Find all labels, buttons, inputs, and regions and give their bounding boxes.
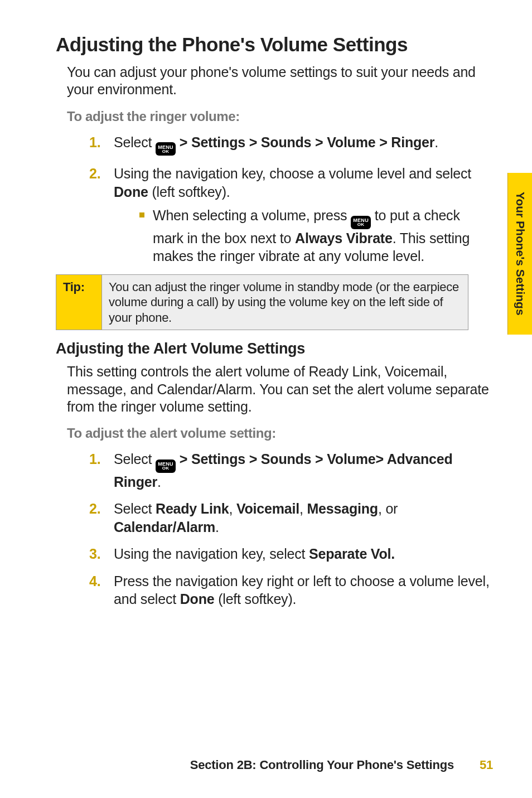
done-label: Done (114, 184, 148, 200)
tip-text: You can adjust the ringer volume in stan… (102, 274, 468, 330)
sep: , (299, 501, 307, 516)
icon-bottom: OK (162, 149, 170, 153)
menu-ok-icon: MENUOK (351, 216, 371, 229)
page-footer: Section 2B: Controlling Your Phone's Set… (56, 758, 493, 772)
separate-vol-label: Separate Vol. (309, 546, 395, 562)
step-tail: (left softkey). (148, 184, 230, 200)
sep: . (215, 519, 219, 535)
step-2-4: Press the navigation key right or left t… (89, 572, 493, 608)
step-text: Using the navigation key, select (114, 546, 309, 562)
always-vibrate-label: Always Vibrate (295, 230, 393, 246)
step-1-1: Select MENUOK > Settings > Sounds > Volu… (89, 133, 493, 156)
footer-section: Section 2B: Controlling Your Phone's Set… (190, 758, 454, 772)
step-text: Select (114, 451, 156, 467)
substep-list: When selecting a volume, press MENUOK to… (139, 206, 493, 265)
step-2-2: Select Ready Link, Voicemail, Messaging,… (89, 500, 493, 536)
icon-bottom: OK (357, 223, 365, 226)
footer-page-number: 51 (480, 758, 493, 772)
intro-text: You can adjust your phone's volume setti… (67, 64, 493, 99)
option-messaging: Messaging (307, 501, 378, 516)
step-tail: (left softkey). (214, 591, 296, 607)
step-text: Select (114, 134, 156, 150)
menu-ok-icon: MENUOK (156, 142, 176, 156)
side-tab-label: Your Phone's Settings (514, 192, 527, 316)
procedure-lead-1: To adjust the ringer volume: (67, 109, 493, 124)
step-path: > Settings > Sounds > Volume > Ringer (176, 134, 434, 150)
procedure-lead-2: To adjust the alert volume setting: (67, 425, 493, 441)
step-2-3: Using the navigation key, select Separat… (89, 545, 493, 563)
sep: , or (378, 501, 398, 516)
icon-bottom: OK (162, 466, 170, 470)
option-readylink: Ready Link (156, 501, 229, 516)
step-text: Press the navigation key right or left t… (114, 573, 490, 607)
side-tab: Your Phone's Settings (507, 173, 532, 335)
step-2-1: Select MENUOK > Settings > Sounds > Volu… (89, 450, 493, 491)
substep-1: When selecting a volume, press MENUOK to… (139, 206, 493, 265)
step-tail: . (434, 134, 438, 150)
page-title: Adjusting the Phone's Volume Settings (56, 33, 493, 56)
steps-list-2: Select MENUOK > Settings > Sounds > Volu… (89, 450, 493, 608)
tip-box: Tip: You can adjust the ringer volume in… (56, 274, 468, 331)
option-calendar-alarm: Calendar/Alarm (114, 519, 215, 535)
steps-list-1: Select MENUOK > Settings > Sounds > Volu… (89, 133, 493, 265)
substep-text: When selecting a volume, press (153, 207, 351, 223)
subsection-title: Adjusting the Alert Volume Settings (56, 340, 493, 357)
sep: , (229, 501, 236, 516)
done-label: Done (180, 591, 215, 607)
step-1-2: Using the navigation key, choose a volum… (89, 165, 493, 265)
option-voicemail: Voicemail (236, 501, 299, 516)
step-text: Using the navigation key, choose a volum… (114, 166, 471, 181)
step-tail: . (157, 474, 161, 490)
menu-ok-icon: MENUOK (156, 460, 176, 473)
tip-label: Tip: (56, 274, 102, 330)
intro-text-2: This setting controls the alert volume o… (67, 363, 493, 415)
step-text: Select (114, 501, 156, 516)
